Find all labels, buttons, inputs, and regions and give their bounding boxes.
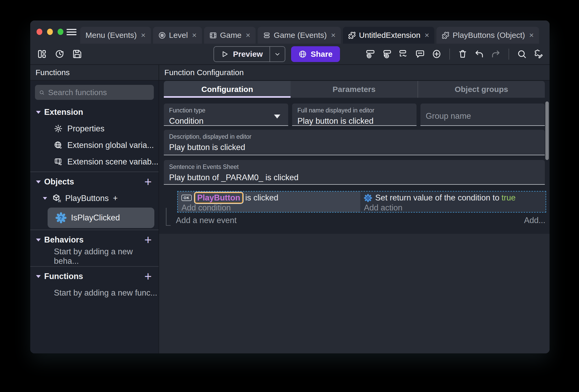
event-row-selected[interactable]: OK PlayButton is clicked Add condition S… <box>178 192 546 212</box>
tab-label: Menu (Events) <box>85 31 137 40</box>
tab-parameters[interactable]: Parameters <box>291 81 417 98</box>
caret-down-icon[interactable] <box>36 275 41 278</box>
field-value: Condition <box>169 116 283 126</box>
section-extension[interactable]: Extension <box>30 104 159 120</box>
group-name-input[interactable] <box>426 111 540 121</box>
search-icon <box>39 89 44 96</box>
tab-level[interactable]: Level × <box>153 27 202 44</box>
field-label: Description, displayed in editor <box>169 133 540 140</box>
tab-configuration[interactable]: Configuration <box>164 81 291 98</box>
workspace: Functions Extension Properties <box>30 64 550 353</box>
close-tab-icon[interactable]: × <box>529 31 534 40</box>
caret-down-icon[interactable] <box>36 239 41 241</box>
window-tab-bar: Menu (Events) × Level × Game × Game (Eve… <box>30 20 550 44</box>
add-circle-icon[interactable] <box>432 49 441 59</box>
section-functions[interactable]: Functions + <box>30 268 159 285</box>
tree-item-label: Extension scene variab... <box>67 157 158 167</box>
function-type-select[interactable]: Function type Condition <box>164 104 288 126</box>
caret-down-icon[interactable] <box>43 197 47 200</box>
close-tab-icon[interactable]: × <box>425 31 429 40</box>
caret-down-icon[interactable] <box>36 180 41 183</box>
add-action-link[interactable]: Add action <box>364 203 543 213</box>
section-label: Functions <box>44 272 83 281</box>
tab-menu-events[interactable]: Menu (Events) × <box>80 27 151 44</box>
preview-options-button[interactable] <box>270 47 285 61</box>
tree-item-extension-global-variables[interactable]: Extension global varia... <box>30 137 159 153</box>
toolbar-right-group <box>365 49 543 60</box>
toolbar-left-group <box>37 49 82 59</box>
sentence-field[interactable]: Sentence in Events Sheet Play button of … <box>164 160 545 185</box>
undo-icon[interactable] <box>474 49 484 59</box>
tree-item-label: PlayButtons <box>65 194 109 203</box>
tab-game-events[interactable]: Game (Events) × <box>258 27 341 44</box>
comment-icon[interactable] <box>415 49 425 59</box>
close-tab-icon[interactable]: × <box>192 31 197 40</box>
svg-text:?: ? <box>59 215 63 221</box>
svg-text:2D: 2D <box>58 199 61 203</box>
tab-object-groups[interactable]: Object groups <box>418 81 545 98</box>
search-functions-input[interactable] <box>48 88 150 97</box>
add-event-icon[interactable] <box>365 49 375 59</box>
divider <box>30 230 159 230</box>
share-button[interactable]: Share <box>291 46 340 62</box>
search-icon[interactable] <box>517 49 527 59</box>
maximize-window-button[interactable] <box>58 29 63 35</box>
add-subevent-icon[interactable] <box>382 49 392 59</box>
add-other-event-icon[interactable] <box>399 49 408 59</box>
add-function-button[interactable]: + <box>144 271 152 282</box>
dropdown-arrow-icon[interactable] <box>274 115 280 118</box>
conditions-cell[interactable]: OK PlayButton is clicked Add condition <box>178 192 360 212</box>
tree-item-properties[interactable]: Properties <box>30 120 159 137</box>
caret-down-icon[interactable] <box>36 111 41 114</box>
home-dashboard-icon[interactable] <box>37 49 47 59</box>
section-label: Behaviors <box>44 235 84 245</box>
scene-icon <box>158 32 166 39</box>
trash-icon[interactable] <box>458 49 468 59</box>
add-new-event-link[interactable]: Add a new event <box>176 216 237 225</box>
save-icon[interactable] <box>72 49 82 59</box>
divider <box>30 172 159 172</box>
action-value-true[interactable]: true <box>501 193 515 203</box>
events-list-icon <box>263 32 271 39</box>
tree-item-playbuttons[interactable]: 2D PlayButtons + <box>30 190 159 207</box>
section-label: Objects <box>44 177 74 187</box>
description-field[interactable]: Description, displayed in editor Play bu… <box>164 130 545 155</box>
section-behaviors[interactable]: Behaviors + <box>30 232 159 248</box>
close-window-button[interactable] <box>37 29 42 35</box>
button-object-icon: OK <box>181 195 192 201</box>
tree-item-isplayclicked-selected[interactable]: ? IsPlayClicked <box>48 208 154 228</box>
object-2d-cube-icon: 2D <box>52 194 61 203</box>
edit-extension-icon[interactable] <box>534 49 543 59</box>
group-name-field[interactable] <box>420 104 545 126</box>
minimize-window-button[interactable] <box>47 29 53 35</box>
main-menu-icon[interactable] <box>67 29 77 35</box>
tab-playbuttons-object[interactable]: PlayButtons (Object) × <box>436 27 539 44</box>
close-tab-icon[interactable]: × <box>331 31 336 40</box>
film-icon <box>209 32 217 39</box>
extension-puzzle-icon <box>442 32 449 39</box>
redo-icon[interactable] <box>491 49 501 59</box>
add-object-function-button[interactable]: + <box>113 193 118 204</box>
object-name-highlighted[interactable]: PlayButton <box>195 192 243 203</box>
add-behavior-button[interactable]: + <box>144 235 152 245</box>
preview-button[interactable]: Preview <box>214 47 270 61</box>
section-objects[interactable]: Objects + <box>30 174 159 190</box>
close-tab-icon[interactable]: × <box>141 31 146 40</box>
action-text: Set return value of the condition to <box>375 193 499 203</box>
add-object-button[interactable]: + <box>144 177 152 187</box>
full-name-field[interactable]: Full name displayed in editor Play butto… <box>292 104 417 126</box>
tab-label: Game (Events) <box>274 31 327 40</box>
close-tab-icon[interactable]: × <box>246 31 251 40</box>
tab-game[interactable]: Game × <box>204 27 256 44</box>
field-label: Full name displayed in editor <box>297 107 412 114</box>
vertical-scrollbar-thumb[interactable] <box>545 101 549 160</box>
history-icon[interactable] <box>55 49 64 59</box>
add-more-button[interactable]: Add... <box>524 216 545 225</box>
behaviors-empty-hint: Start by adding a new beha... <box>30 248 159 265</box>
tab-untitled-extension[interactable]: UntitledExtension × <box>343 27 434 44</box>
field-label: Function type <box>169 107 283 114</box>
add-condition-link[interactable]: Add condition <box>181 203 358 213</box>
tree-item-extension-scene-variables[interactable]: Extension scene variab... <box>30 153 159 170</box>
actions-cell[interactable]: Set return value of the condition to tru… <box>360 192 546 212</box>
search-functions-box[interactable] <box>35 85 154 100</box>
